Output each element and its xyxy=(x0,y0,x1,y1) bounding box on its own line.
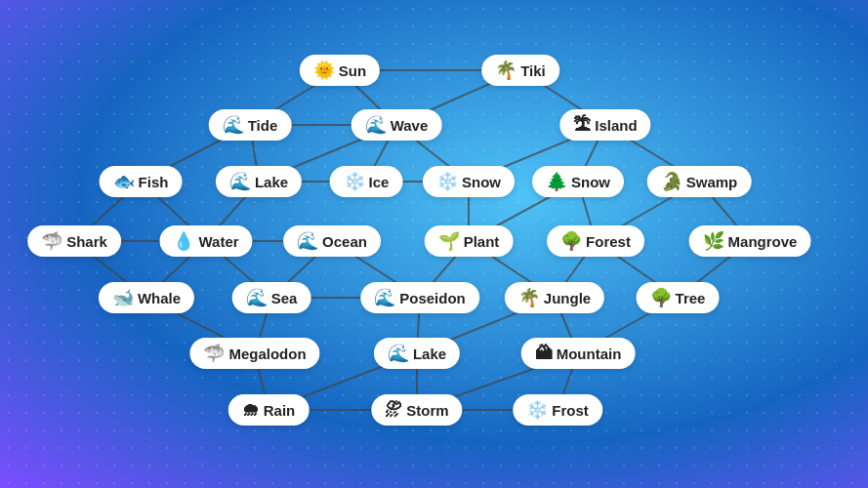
node-shark: 🦈Shark xyxy=(27,225,121,257)
node-label-tree: Tree xyxy=(676,290,706,306)
node-megalodon: 🦈Megalodon xyxy=(189,338,319,369)
node-label-wave: Wave xyxy=(391,117,429,134)
node-emoji-megalodon: 🦈 xyxy=(203,345,225,362)
node-emoji-wave: 🌊 xyxy=(365,116,387,134)
node-emoji-snow2: 🌲 xyxy=(546,173,567,190)
node-emoji-snow1: ❄️ xyxy=(436,173,458,190)
node-label-plant: Plant xyxy=(464,233,500,250)
node-water: 💧Water xyxy=(159,225,252,257)
node-emoji-ocean: 🌊 xyxy=(297,232,318,250)
node-label-tiki: Tiki xyxy=(520,62,546,79)
node-label-lake2: Lake xyxy=(413,346,446,362)
node-forest: 🌳Forest xyxy=(547,225,644,257)
node-label-ocean: Ocean xyxy=(322,233,367,250)
node-fish: 🐟Fish xyxy=(100,166,183,197)
node-emoji-whale: 🐋 xyxy=(112,289,134,306)
node-label-swamp: Swamp xyxy=(686,174,738,190)
node-label-storm: Storm xyxy=(406,402,448,419)
node-emoji-sea: 🌊 xyxy=(246,289,268,306)
node-lake2: 🌊Lake xyxy=(374,338,460,369)
node-label-water: Water xyxy=(198,233,238,250)
node-emoji-lake1: 🌊 xyxy=(229,173,251,190)
node-emoji-frost: ❄️ xyxy=(526,401,548,419)
node-emoji-island: 🏝 xyxy=(573,116,591,134)
node-rain: 🌧Rain xyxy=(228,394,310,426)
node-emoji-sun: 🌞 xyxy=(313,61,335,79)
node-label-sun: Sun xyxy=(339,62,366,79)
node-label-whale: Whale xyxy=(138,290,181,306)
node-frost: ❄️Frost xyxy=(513,394,602,426)
node-snow2: 🌲Snow xyxy=(532,166,624,197)
node-poseidon: 🌊Poseidon xyxy=(360,282,479,313)
node-island: 🏝Island xyxy=(559,109,650,141)
node-emoji-jungle: 🌴 xyxy=(518,289,540,306)
node-label-lake1: Lake xyxy=(255,174,288,190)
node-emoji-water: 💧 xyxy=(173,232,194,250)
node-emoji-tiki: 🌴 xyxy=(495,61,517,79)
node-whale: 🐋Whale xyxy=(99,282,194,313)
node-snow1: ❄️Snow xyxy=(423,166,515,197)
node-swamp: 🐊Swamp xyxy=(647,166,752,197)
node-emoji-tree: 🌳 xyxy=(650,289,672,306)
node-emoji-mangrove: 🌿 xyxy=(703,232,724,250)
node-label-fish: Fish xyxy=(139,174,169,190)
node-label-ice: Ice xyxy=(369,174,390,190)
node-sea: 🌊Sea xyxy=(232,282,311,313)
node-tiki: 🌴Tiki xyxy=(481,55,559,86)
node-emoji-shark: 🦈 xyxy=(41,232,62,250)
node-label-frost: Frost xyxy=(552,402,589,419)
node-label-forest: Forest xyxy=(586,233,631,250)
node-mangrove: 🌿Mangrove xyxy=(689,225,811,257)
node-label-snow1: Snow xyxy=(462,174,501,190)
node-emoji-storm: ⛈ xyxy=(385,401,402,419)
node-label-island: Island xyxy=(595,117,637,134)
node-label-shark: Shark xyxy=(66,233,107,250)
node-lake1: 🌊Lake xyxy=(216,166,302,197)
node-ocean: 🌊Ocean xyxy=(283,225,381,257)
node-emoji-tide: 🌊 xyxy=(223,116,244,134)
node-label-mangrove: Mangrove xyxy=(728,233,798,250)
node-tree: 🌳Tree xyxy=(637,282,720,313)
node-label-poseidon: Poseidon xyxy=(399,290,466,306)
node-label-megalodon: Megalodon xyxy=(228,346,306,362)
node-mountain: 🏔Mountain xyxy=(521,338,636,369)
node-sun: 🌞Sun xyxy=(300,55,380,86)
node-ice: ❄️Ice xyxy=(330,166,403,197)
node-emoji-lake2: 🌊 xyxy=(388,345,409,362)
node-label-rain: Rain xyxy=(264,402,296,419)
node-plant: 🌱Plant xyxy=(425,225,514,257)
node-label-jungle: Jungle xyxy=(544,290,591,306)
node-emoji-fish: 🐟 xyxy=(113,173,135,190)
node-wave: 🌊Wave xyxy=(351,109,442,141)
node-emoji-rain: 🌧 xyxy=(242,401,260,419)
node-tide: 🌊Tide xyxy=(209,109,292,141)
diagram: 🌞Sun🌴Tiki🌊Tide🌊Wave🏝Island🐟Fish🌊Lake❄️Ic… xyxy=(0,0,868,488)
node-emoji-poseidon: 🌊 xyxy=(374,289,395,306)
node-emoji-swamp: 🐊 xyxy=(661,173,682,190)
node-label-snow2: Snow xyxy=(571,174,610,190)
node-emoji-mountain: 🏔 xyxy=(535,345,553,362)
node-label-mountain: Mountain xyxy=(557,346,622,362)
node-jungle: 🌴Jungle xyxy=(505,282,604,313)
node-label-sea: Sea xyxy=(271,290,298,306)
node-emoji-ice: ❄️ xyxy=(344,173,365,190)
node-emoji-forest: 🌳 xyxy=(560,232,582,250)
node-emoji-plant: 🌱 xyxy=(438,232,460,250)
node-storm: ⛈Storm xyxy=(371,394,462,426)
node-label-tide: Tide xyxy=(248,117,278,134)
